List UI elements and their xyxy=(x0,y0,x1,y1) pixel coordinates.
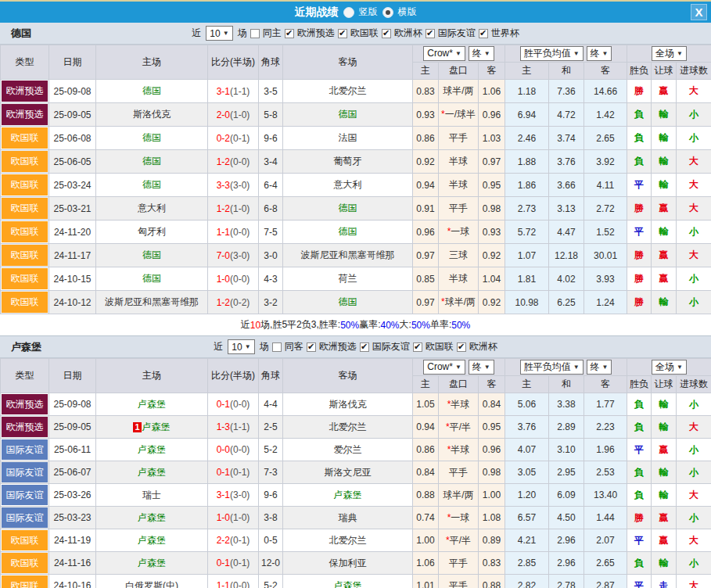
match-type-cell: 欧洲预选 xyxy=(1,103,49,127)
odds-away: 0.98 xyxy=(479,197,505,220)
avg-draw-odds: 4.50 xyxy=(549,507,584,529)
dropdown-label: 10 xyxy=(210,28,220,39)
halftime-score: (0-0) xyxy=(230,274,250,285)
handicap-cell: 半球 xyxy=(439,267,479,291)
checkbox[interactable] xyxy=(382,29,391,38)
avg-away-odds: 1.52 xyxy=(584,220,627,244)
odds-home: 0.93 xyxy=(413,103,439,127)
checkbox[interactable] xyxy=(479,29,488,38)
col-subheader: 盘口 xyxy=(439,63,479,80)
avg-draw-odds: 2.96 xyxy=(549,552,584,575)
corners-cell: 9-6 xyxy=(259,484,283,507)
checkbox[interactable] xyxy=(250,29,260,38)
match-type-cell: 国际友谊 xyxy=(1,507,49,529)
avg-draw-odds: 4.02 xyxy=(549,267,584,291)
result-goals: 大 xyxy=(677,150,711,174)
result-handicap: 輸 xyxy=(652,484,677,507)
odds-source-select[interactable]: Crow*▼ xyxy=(423,46,465,61)
checkbox[interactable] xyxy=(272,342,282,352)
checkbox[interactable] xyxy=(307,342,316,352)
checkbox[interactable] xyxy=(426,29,435,38)
handicap-text: 一/球半 xyxy=(445,109,476,120)
team-name: 德国 xyxy=(11,27,31,41)
match-type-cell: 欧国联 xyxy=(1,291,49,314)
home-team: 卢森堡 xyxy=(96,461,208,484)
summary-segment: 40% xyxy=(381,320,400,331)
away-team-name: 北爱尔兰 xyxy=(329,535,367,546)
halftime-score: (0-0) xyxy=(230,399,250,410)
close-icon[interactable]: X xyxy=(691,4,707,20)
col-subheader: 和 xyxy=(549,63,584,80)
odds-away: 1.04 xyxy=(479,267,505,291)
match-type-cell: 国际友谊 xyxy=(1,461,49,484)
competition-label: 欧国联 xyxy=(350,27,379,40)
competition-label: 欧洲杯 xyxy=(394,27,422,40)
odds-group-header: Crow*▼终▼ xyxy=(413,45,505,63)
result-goals: 大 xyxy=(677,416,711,439)
horizontal-layout-radio[interactable] xyxy=(382,7,393,18)
handicap-cell: *平/半 xyxy=(439,529,479,552)
col-header: 主场 xyxy=(96,45,208,80)
vertical-layout-radio[interactable] xyxy=(343,7,354,18)
corners-cell: 4-3 xyxy=(259,267,283,291)
odds-source-select[interactable]: 终▼ xyxy=(587,360,612,375)
avg-away-odds: 2.07 xyxy=(584,529,627,552)
home-team: 德国 xyxy=(96,244,208,267)
away-team: 北爱尔兰 xyxy=(283,529,413,552)
checkbox[interactable] xyxy=(338,29,347,38)
odds-source-select[interactable]: 胜平负均值▼ xyxy=(520,360,584,375)
score-cell: 1-2(0-0) xyxy=(208,150,259,174)
result-handicap: 贏 xyxy=(652,267,677,291)
fulltime-score: 1-0 xyxy=(217,512,230,523)
checkbox[interactable] xyxy=(413,342,422,352)
match-row: 欧洲预选25-09-05斯洛伐克2-0(1-0)5-8德国0.93*一/球半0.… xyxy=(1,103,711,127)
away-team: 保加利亚 xyxy=(283,552,413,575)
avg-away-odds: 2.23 xyxy=(584,416,627,439)
checkbox[interactable] xyxy=(360,342,369,352)
col-subheader: 胜负 xyxy=(627,376,652,393)
home-team: 斯洛伐克 xyxy=(96,103,208,127)
checkbox[interactable] xyxy=(285,29,294,38)
corners-cell: 7-5 xyxy=(259,220,283,244)
odds-away: 1.08 xyxy=(479,507,505,529)
match-row: 国际友谊25-03-26瑞士3-1(3-0)9-6卢森堡0.88球半/两1.00… xyxy=(1,484,711,507)
competition-label: 欧洲预选 xyxy=(319,340,357,353)
odds-home: 0.86 xyxy=(413,127,439,150)
recent-count-select[interactable]: 10▼ xyxy=(228,339,254,354)
col-header: 客场 xyxy=(283,45,413,80)
recent-count-select[interactable]: 10▼ xyxy=(206,26,232,41)
handicap-cell: 半球 xyxy=(439,174,479,197)
home-team-name: 瑞士 xyxy=(142,489,161,500)
halftime-score: (0-1) xyxy=(230,133,250,144)
table-body: 欧洲预选25-09-08德国3-1(1-1)3-5北爱尔兰0.83球半/两1.0… xyxy=(1,80,711,314)
match-date: 25-06-05 xyxy=(49,150,96,174)
odds-source-select[interactable]: 全场▼ xyxy=(652,360,687,375)
checkbox[interactable] xyxy=(457,342,466,352)
odds-source-select[interactable]: 终▼ xyxy=(469,360,494,375)
avg-home-odds: 1.18 xyxy=(505,80,549,103)
away-team-name: 卢森堡 xyxy=(334,580,362,588)
result-wdl: 負 xyxy=(627,552,652,575)
horizontal-layout-label[interactable]: 横版 xyxy=(398,5,417,19)
handicap-cell: *一球 xyxy=(439,220,479,244)
avg-away-odds: 30.01 xyxy=(584,244,627,267)
odds-source-select[interactable]: 终▼ xyxy=(469,46,494,61)
odds-source-select[interactable]: 终▼ xyxy=(587,46,612,61)
match-type-cell: 欧洲预选 xyxy=(1,80,49,103)
away-team-name: 葡萄牙 xyxy=(334,156,362,167)
away-team: 卢森堡 xyxy=(283,575,413,588)
score-cell: 2-2(0-1) xyxy=(208,529,259,552)
handicap-text: 平手 xyxy=(449,132,468,143)
result-handicap: 贏 xyxy=(652,439,677,461)
handicap-text: 半球 xyxy=(451,444,469,455)
avg-draw-odds: 2.89 xyxy=(549,416,584,439)
odds-source-select[interactable]: 胜平负均值▼ xyxy=(520,46,584,61)
result-goals: 大 xyxy=(677,244,711,267)
odds-source-select[interactable]: Crow*▼ xyxy=(423,360,465,375)
vertical-layout-label[interactable]: 竖版 xyxy=(359,5,378,19)
away-team-name: 德国 xyxy=(339,203,357,213)
match-type-badge: 欧国联 xyxy=(2,221,48,242)
odds-home: 1.05 xyxy=(413,393,439,416)
odds-source-select[interactable]: 全场▼ xyxy=(652,46,687,61)
odds-home: 1.01 xyxy=(413,575,439,588)
